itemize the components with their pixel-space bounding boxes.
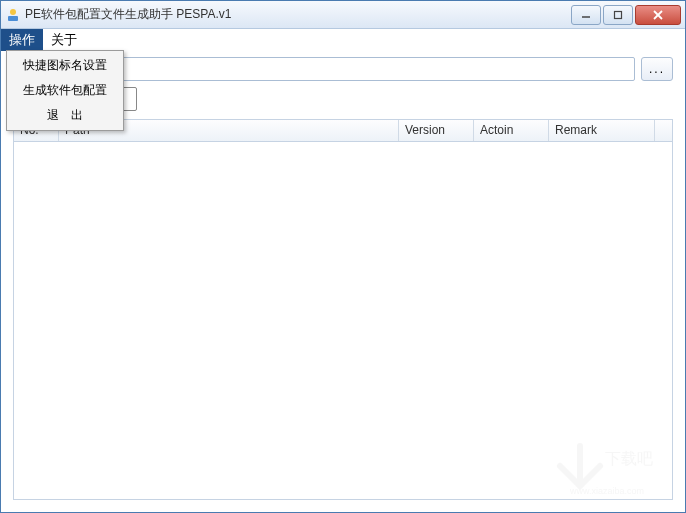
browse-button[interactable]: ... bbox=[641, 57, 673, 81]
menu-exit[interactable]: 退 出 bbox=[9, 103, 121, 128]
col-header-action[interactable]: Actoin bbox=[474, 120, 549, 141]
data-table: No. Path Version Actoin Remark bbox=[13, 119, 673, 500]
col-header-scroll bbox=[655, 120, 672, 141]
table-body bbox=[14, 142, 672, 499]
window-controls bbox=[569, 5, 681, 25]
menu-about[interactable]: 关于 bbox=[43, 29, 85, 51]
col-header-version[interactable]: Version bbox=[399, 120, 474, 141]
svg-rect-3 bbox=[615, 11, 622, 18]
menu-shortcut-name-settings[interactable]: 快捷图标名设置 bbox=[9, 53, 121, 78]
maximize-button[interactable] bbox=[603, 5, 633, 25]
app-icon bbox=[5, 7, 21, 23]
operate-dropdown: 快捷图标名设置 生成软件包配置 退 出 bbox=[6, 50, 124, 131]
col-header-remark[interactable]: Remark bbox=[549, 120, 655, 141]
menu-generate-package-config[interactable]: 生成软件包配置 bbox=[9, 78, 121, 103]
minimize-button[interactable] bbox=[571, 5, 601, 25]
svg-rect-1 bbox=[8, 16, 18, 21]
app-window: PE软件包配置文件生成助手 PESPA.v1 操作 关于 快捷图标名设置 生成软… bbox=[0, 0, 686, 513]
svg-point-0 bbox=[10, 9, 16, 15]
close-button[interactable] bbox=[635, 5, 681, 25]
menu-operate[interactable]: 操作 bbox=[1, 29, 43, 51]
titlebar: PE软件包配置文件生成助手 PESPA.v1 bbox=[1, 1, 685, 29]
menubar: 操作 关于 bbox=[1, 29, 685, 51]
window-title: PE软件包配置文件生成助手 PESPA.v1 bbox=[25, 6, 569, 23]
